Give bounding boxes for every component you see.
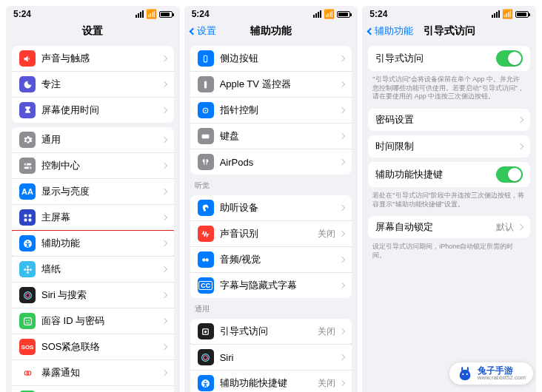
chevron-left-icon xyxy=(189,27,196,35)
row-label: 密码设置 xyxy=(375,113,518,126)
acc-group-1: 侧边按钮Apple TV 遥控器指针控制键盘AirPods xyxy=(190,46,352,175)
list-item[interactable]: 专注 xyxy=(12,71,174,97)
list-item[interactable]: 墙纸 xyxy=(12,256,174,282)
row-label: 暴露通知 xyxy=(41,366,162,379)
svg-point-37 xyxy=(205,380,207,382)
kb-icon xyxy=(198,128,214,144)
battery-icon xyxy=(159,11,173,18)
list-item[interactable]: 键盘 xyxy=(190,123,352,149)
row-label: 指针控制 xyxy=(220,104,341,117)
cc-icon: CC xyxy=(198,277,214,294)
ga-group-3: 时间限制 xyxy=(368,135,530,158)
svg-point-35 xyxy=(204,355,207,359)
list-item[interactable]: 电池 xyxy=(12,385,174,392)
status-indicators: 📶 xyxy=(136,9,173,19)
list-item[interactable]: 控制中心 xyxy=(12,152,174,178)
speaker-icon xyxy=(19,50,36,67)
list-item[interactable]: SOSSOS紧急联络 xyxy=(12,334,174,359)
svg-point-3 xyxy=(28,166,30,168)
back-label: 设置 xyxy=(197,24,216,38)
toggle-switch[interactable] xyxy=(496,50,523,67)
hourglass-icon xyxy=(19,102,36,118)
row-label: 声音识别 xyxy=(220,227,318,240)
list-item[interactable]: AirPods xyxy=(190,149,352,175)
chevron-right-icon xyxy=(339,133,345,139)
row-label: 助听设备 xyxy=(220,201,341,214)
list-item[interactable]: 面容 ID 与密码 xyxy=(12,308,174,334)
row-label: 引导式访问 xyxy=(375,52,496,65)
chevron-right-icon xyxy=(339,354,345,360)
list-item[interactable]: 引导式访问关闭 xyxy=(190,319,352,344)
svg-point-33 xyxy=(204,330,207,332)
svg-point-34 xyxy=(202,354,210,361)
toggle-switch[interactable] xyxy=(496,166,523,183)
back-button[interactable]: 辅助功能 xyxy=(368,24,413,38)
audio-icon xyxy=(198,251,214,268)
nav-bar: 设置 xyxy=(6,21,180,41)
acc-icon xyxy=(198,375,214,391)
list-item[interactable]: 声音与触感 xyxy=(12,46,174,71)
svg-point-19 xyxy=(28,320,30,321)
list-item[interactable]: Siri 与搜索 xyxy=(12,282,174,308)
list-item[interactable]: 密码设置 xyxy=(368,109,530,131)
list-item[interactable]: 助听设备 xyxy=(190,195,352,220)
chevron-right-icon xyxy=(161,344,167,350)
status-time: 5:24 xyxy=(192,9,210,19)
list-item[interactable]: CC字幕与隐藏式字幕 xyxy=(190,272,352,298)
page-title: 设置 xyxy=(82,24,103,38)
chevron-right-icon xyxy=(161,55,167,61)
list-item[interactable]: 屏幕自动锁定默认 xyxy=(368,216,530,238)
signal-icon xyxy=(313,10,321,18)
svg-point-12 xyxy=(26,271,28,273)
ga-group-5: 屏幕自动锁定默认 xyxy=(368,216,530,238)
wifi-icon: 📶 xyxy=(324,9,335,19)
row-label: 屏幕使用时间 xyxy=(41,104,162,117)
nav-bar: 辅助功能 引导式访问 xyxy=(362,21,536,41)
guide-icon xyxy=(198,323,214,339)
bunny-icon xyxy=(457,365,473,382)
chevron-right-icon xyxy=(161,370,167,376)
list-item[interactable]: Apple TV 遥控器 xyxy=(190,71,352,97)
chevron-right-icon xyxy=(518,143,523,149)
status-time: 5:24 xyxy=(13,9,31,19)
list-item[interactable]: AA显示与亮度 xyxy=(12,178,174,204)
back-label: 辅助功能 xyxy=(375,24,413,38)
remote-icon xyxy=(198,76,214,92)
list-item[interactable]: 音频/视觉 xyxy=(190,246,352,272)
list-item[interactable]: 主屏幕 xyxy=(12,204,174,230)
list-item[interactable]: 引导式访问 xyxy=(368,46,530,71)
hint-text: 设定引导式访问期间，iPhone自动锁定所需的时间。 xyxy=(372,243,526,260)
ear-icon xyxy=(198,200,214,216)
row-value: 默认 xyxy=(496,221,514,234)
list-item[interactable]: 屏幕使用时间 xyxy=(12,97,174,123)
chevron-right-icon xyxy=(161,292,167,298)
row-label: Apple TV 遥控器 xyxy=(220,78,341,91)
back-button[interactable]: 设置 xyxy=(190,24,216,38)
list-item[interactable]: 侧边按钮 xyxy=(190,46,352,71)
list-item[interactable]: Siri xyxy=(190,344,352,370)
list-item[interactable]: 暴露通知 xyxy=(12,359,174,385)
svg-point-39 xyxy=(462,374,464,375)
settings-group-2: 通用控制中心AA显示与亮度主屏幕辅助功能墙纸Siri 与搜索面容 ID 与密码S… xyxy=(12,127,174,392)
chevron-right-icon xyxy=(161,266,167,272)
list-item[interactable]: 声音识别关闭 xyxy=(190,220,352,246)
list-item[interactable]: 辅助功能 xyxy=(12,230,174,256)
page-title: 辅助功能 xyxy=(250,24,292,38)
row-label: 音频/视觉 xyxy=(220,253,341,266)
battery-icon xyxy=(337,11,350,18)
svg-point-13 xyxy=(24,268,26,270)
svg-rect-0 xyxy=(24,163,31,165)
list-item[interactable]: 时间限制 xyxy=(368,135,530,158)
list-item[interactable]: 辅助功能快捷键关闭 xyxy=(190,370,352,392)
row-label: 辅助功能快捷键 xyxy=(220,376,318,390)
list-item[interactable]: 指针控制 xyxy=(190,97,352,123)
chevron-right-icon xyxy=(161,214,167,220)
list-item[interactable]: 辅助功能快捷键 xyxy=(368,162,530,187)
row-label: 键盘 xyxy=(220,129,341,143)
ga-group-1: 引导式访问 xyxy=(368,46,530,71)
ga-group-4: 辅助功能快捷键 xyxy=(368,162,530,187)
row-label: 墙纸 xyxy=(41,263,162,276)
pointer-icon xyxy=(198,102,214,118)
square-icon xyxy=(198,50,214,67)
list-item[interactable]: 通用 xyxy=(12,127,174,152)
